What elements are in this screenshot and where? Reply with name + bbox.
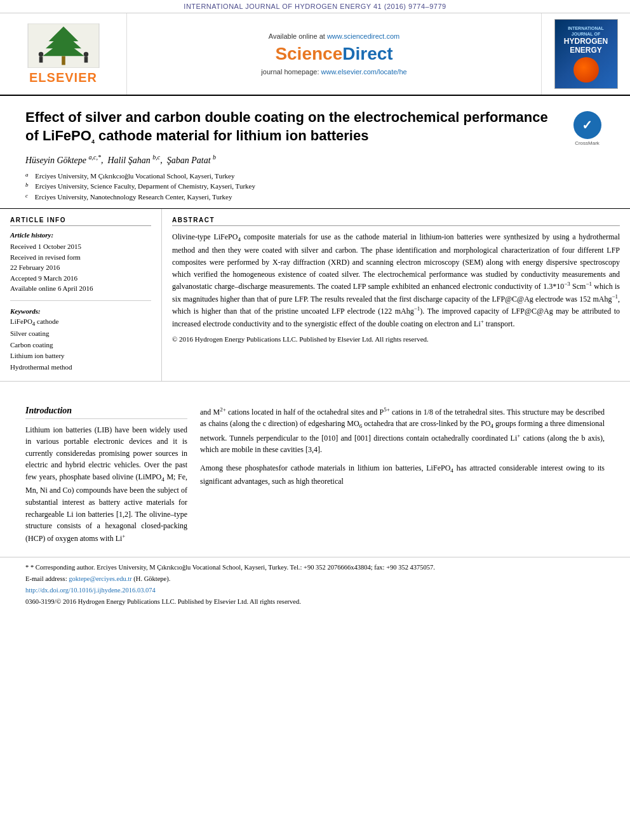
elsevier-brand-text: ELSEVIER [29,70,97,85]
received-revised-date: 22 February 2016 [10,262,151,273]
journal-homepage-link[interactable]: www.elsevier.com/locate/he [321,68,407,76]
svg-rect-8 [84,57,88,62]
spacer [0,382,630,393]
copyright-notice: © 2016 Hydrogen Energy Publications LLC.… [172,335,620,343]
keyword-2: Silver coating [10,328,151,340]
article-info-abstract-section: ARTICLE INFO Article history: Received 1… [0,209,630,381]
footnote-corresponding: * * Corresponding author. Erciyes Univer… [25,563,605,573]
sciencedirect-link[interactable]: www.sciencedirect.com [327,32,399,40]
main-content: Introduction Lithium ion batteries (LIB)… [0,393,630,557]
available-online-text: Available online at www.sciencedirect.co… [269,32,399,40]
received-date: Received 1 October 2015 [10,241,151,252]
intro-right-text-2: Among these phosphatesfor cathode materi… [200,462,605,488]
authors-line: Hüseyin Göktepe a,c,*, Halil Şahan b,c, … [25,154,605,166]
doi-line: http://dx.doi.org/10.1016/j.ijhydene.201… [25,585,605,596]
accepted-date: Accepted 9 March 2016 [10,273,151,284]
keywords-label: Keywords: [10,307,151,315]
affiliation-c: c Erciyes University, Nanotechnology Res… [25,192,605,203]
keyword-1: LiFePO4 cathode [10,316,151,329]
abstract-column: ABSTRACT Olivine-type LiFePO4 composite … [162,209,630,380]
journal-header: ELSEVIER Available online at www.science… [0,13,630,96]
article-info-label: ARTICLE INFO [10,217,151,226]
email-label: E-mail address: [25,575,67,582]
journal-cover-circle [573,57,599,83]
footnote-star: * [25,564,30,571]
footnotes: * * Corresponding author. Erciyes Univer… [0,557,630,613]
doi-link[interactable]: http://dx.doi.org/10.1016/j.ijhydene.201… [25,587,156,594]
article-info-column: ARTICLE INFO Article history: Received 1… [0,209,162,380]
abstract-body: Olivine-type LiFePO4 composite materials… [172,231,620,330]
introduction-title: Introduction [25,406,187,419]
issn-line: 0360-3199/© 2016 Hydrogen Energy Publica… [25,597,605,607]
intro-right-column: and M2+ cations located in half of the o… [200,406,605,545]
top-bar: INTERNATIONAL JOURNAL OF HYDROGEN ENERGY… [0,0,630,13]
intro-right-text-1: and M2+ cations located in half of the o… [200,406,605,456]
elsevier-logo: ELSEVIER [25,23,102,85]
affiliations-list: a Erciyes University, M Çıkrıkcıoğlu Voc… [25,171,605,203]
available-online-date: Available online 6 April 2016 [10,283,151,294]
article-history-label: Article history: [10,231,151,239]
email-suffix: (H. Göktepe). [133,575,170,582]
article-history-text: Received 1 October 2015 Received in revi… [10,241,151,294]
sciencedirect-area: Available online at www.sciencedirect.co… [127,13,541,95]
journal-cover-title: international journal of [558,25,615,37]
received-revised-label: Received in revised form [10,252,151,263]
journal-cover-image: international journal of HYDROGENENERGY [554,19,618,89]
elsevier-tree-icon [25,23,102,68]
abstract-label: ABSTRACT [172,217,620,226]
affiliation-b: b Erciyes University, Science Faculty, D… [25,181,605,192]
footnotes-area: * * Corresponding author. Erciyes Univer… [0,557,630,613]
article-header: Effect of silver and carbon double coati… [0,96,630,209]
keyword-5: Hydrothermal method [10,362,151,373]
journal-cover-subtitle: HYDROGENENERGY [564,37,608,55]
keyword-3: Carbon coating [10,340,151,351]
journal-cover-area: international journal of HYDROGENENERGY [541,13,630,95]
elsevier-logo-area: ELSEVIER [0,13,127,95]
article-title: Effect of silver and carbon double coati… [25,109,557,146]
journal-citation: INTERNATIONAL JOURNAL OF HYDROGEN ENERGY… [184,3,446,10]
email-link[interactable]: goktepe@erciyes.edu.tr [69,575,131,582]
svg-rect-6 [39,57,43,62]
intro-left-column: Introduction Lithium ion batteries (LIB)… [25,406,187,545]
svg-point-7 [83,51,88,56]
keyword-4: Lithium ion battery [10,350,151,362]
footnote-corresponding-text: * Corresponding author. Erciyes Universi… [30,564,435,571]
crossmark-icon[interactable]: ✓ [573,111,601,139]
svg-rect-1 [62,56,65,65]
svg-point-5 [38,51,43,56]
sciencedirect-logo: ScienceDirect [275,44,392,64]
footnote-email-line: E-mail address: goktepe@erciyes.edu.tr (… [25,574,605,584]
intro-left-text: Lithium ion batteries (LIB) have been wi… [25,424,187,545]
affiliation-a: a Erciyes University, M Çıkrıkcıoğlu Voc… [25,171,605,182]
crossmark-label: CrossMark [575,140,600,146]
article-title-row: Effect of silver and carbon double coati… [25,109,605,146]
crossmark-area[interactable]: ✓ CrossMark [570,109,605,146]
journal-homepage-text: journal homepage: www.elsevier.com/locat… [261,68,406,76]
